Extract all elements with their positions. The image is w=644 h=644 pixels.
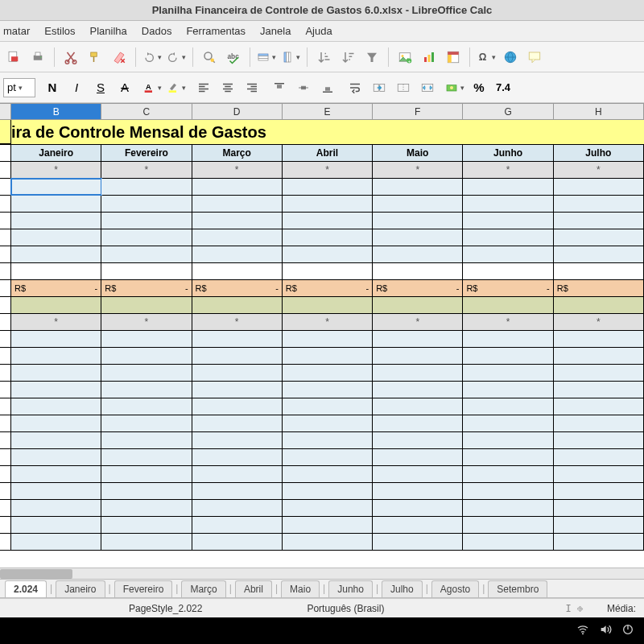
menu-janela[interactable]: Janela (260, 25, 291, 37)
tab-agosto[interactable]: Agosto (431, 580, 479, 597)
selected-cell[interactable] (11, 179, 101, 195)
svg-rect-3 (35, 52, 40, 56)
svg-text:abc: abc (228, 52, 240, 60)
tab-maio[interactable]: Maio (281, 580, 320, 597)
column-icon[interactable] (280, 47, 301, 68)
percent-format-button[interactable]: % (469, 77, 489, 98)
font-size-input[interactable]: pt (3, 78, 35, 97)
svg-rect-24 (431, 52, 434, 62)
menu-dados[interactable]: Dados (142, 25, 172, 37)
col-header-C[interactable]: C (101, 104, 192, 119)
valign-bottom-icon[interactable] (317, 77, 338, 98)
tab-marco[interactable]: Março (181, 580, 225, 597)
col-header-D[interactable]: D (192, 104, 283, 119)
svg-rect-7 (91, 52, 97, 56)
tab-abril[interactable]: Abril (235, 580, 272, 597)
spreadsheet-grid[interactable]: B C D E F G H ira de Controle Mensal de … (0, 103, 644, 602)
system-tray (0, 617, 644, 644)
tab-junho[interactable]: Junho (328, 580, 373, 597)
spellcheck-icon[interactable]: abc (223, 47, 244, 68)
special-char-icon[interactable]: Ω (476, 47, 497, 68)
cut-icon[interactable] (60, 47, 81, 68)
tab-julho[interactable]: Julho (382, 580, 423, 597)
row-icon[interactable] (256, 47, 277, 68)
sheet-title[interactable]: ira de Controle Mensal de Gastos (11, 120, 644, 144)
print-icon[interactable] (27, 47, 48, 68)
window-titlebar: Planilha Financeira de Controle de Gasto… (0, 0, 644, 21)
svg-rect-17 (288, 52, 291, 62)
svg-rect-22 (424, 57, 427, 62)
svg-rect-36 (325, 87, 330, 91)
status-average: Média: (607, 603, 636, 614)
status-language[interactable]: Português (Brasil) (307, 603, 384, 614)
export-pdf-icon[interactable] (3, 47, 24, 68)
align-right-icon[interactable] (242, 77, 262, 98)
col-header-F[interactable]: F (373, 104, 463, 119)
split-icon[interactable] (417, 77, 438, 98)
sort-asc-icon[interactable] (313, 47, 334, 68)
volume-icon[interactable] (599, 623, 612, 638)
menu-formatar[interactable]: matar (3, 25, 30, 37)
col-header-E[interactable]: E (283, 104, 373, 119)
menu-ajuda[interactable]: Ajuda (305, 25, 332, 37)
italic-button[interactable]: I (66, 77, 87, 98)
insert-chart-icon[interactable] (419, 47, 440, 68)
tab-fevereiro[interactable]: Fevereiro (114, 580, 173, 597)
svg-rect-33 (169, 90, 176, 93)
wifi-icon[interactable] (576, 623, 589, 638)
unmerge-icon[interactable] (393, 77, 414, 98)
redo-icon[interactable] (166, 47, 187, 68)
svg-rect-30 (529, 52, 540, 60)
power-icon[interactable] (621, 623, 634, 638)
valign-top-icon[interactable] (269, 77, 290, 98)
currency-format-icon[interactable] (444, 77, 465, 98)
col-header-H[interactable]: H (554, 104, 644, 119)
col-header-B[interactable]: B (11, 104, 101, 119)
font-color-icon[interactable]: A (142, 77, 163, 98)
highlight-color-icon[interactable] (166, 77, 187, 98)
menu-planilha[interactable]: Planilha (90, 25, 127, 37)
valign-middle-icon[interactable] (293, 77, 314, 98)
month-header-row: Janeiro Fevereiro Março Abril Maio Junho… (0, 145, 644, 162)
svg-text:A: A (146, 83, 151, 91)
autofilter-icon[interactable] (361, 47, 382, 68)
strikethrough-button[interactable]: A (114, 77, 135, 98)
status-pagestyle[interactable]: PageStyle_2.022 (129, 603, 202, 614)
insert-image-icon[interactable]: + (394, 47, 415, 68)
tab-janeiro[interactable]: Janeiro (56, 580, 105, 597)
clone-format-icon[interactable] (85, 47, 105, 68)
svg-text:Ω: Ω (479, 52, 487, 63)
hyperlink-icon[interactable] (500, 47, 521, 68)
wrap-text-icon[interactable] (345, 77, 365, 98)
svg-rect-32 (145, 90, 152, 93)
align-left-icon[interactable] (193, 77, 214, 98)
svg-rect-16 (287, 52, 289, 62)
underline-button[interactable]: S (90, 77, 111, 98)
svg-rect-27 (448, 55, 452, 63)
horizontal-scrollbar[interactable] (0, 568, 644, 579)
sort-desc-icon[interactable] (337, 47, 358, 68)
find-icon[interactable] (199, 47, 220, 68)
tab-2024[interactable]: 2.024 (5, 580, 47, 597)
svg-rect-14 (258, 58, 268, 60)
align-center-icon[interactable] (217, 77, 238, 98)
svg-point-10 (211, 58, 215, 62)
number-format-button[interactable]: 7.4 (493, 77, 514, 98)
menu-estilos[interactable]: Estilos (44, 25, 75, 37)
undo-icon[interactable] (142, 47, 163, 68)
svg-rect-34 (277, 85, 282, 89)
insert-mode-icon[interactable]: I ⎆ (566, 603, 583, 614)
tab-setembro[interactable]: Setembro (488, 580, 547, 597)
status-bar: PageStyle_2.022 Português (Brasil) I ⎆ M… (0, 598, 644, 617)
pivot-icon[interactable] (443, 47, 464, 68)
clear-format-icon[interactable] (109, 47, 130, 68)
main-toolbar: abc + Ω (0, 42, 644, 72)
col-header-G[interactable]: G (463, 104, 553, 119)
bold-button[interactable]: N (42, 77, 63, 98)
svg-rect-12 (258, 54, 268, 56)
window-title: Planilha Financeira de Controle de Gasto… (152, 4, 493, 16)
merge-cells-icon[interactable] (369, 77, 390, 98)
comment-icon[interactable] (524, 47, 545, 68)
menu-ferramentas[interactable]: Ferramentas (186, 25, 246, 37)
svg-point-4 (40, 56, 42, 58)
